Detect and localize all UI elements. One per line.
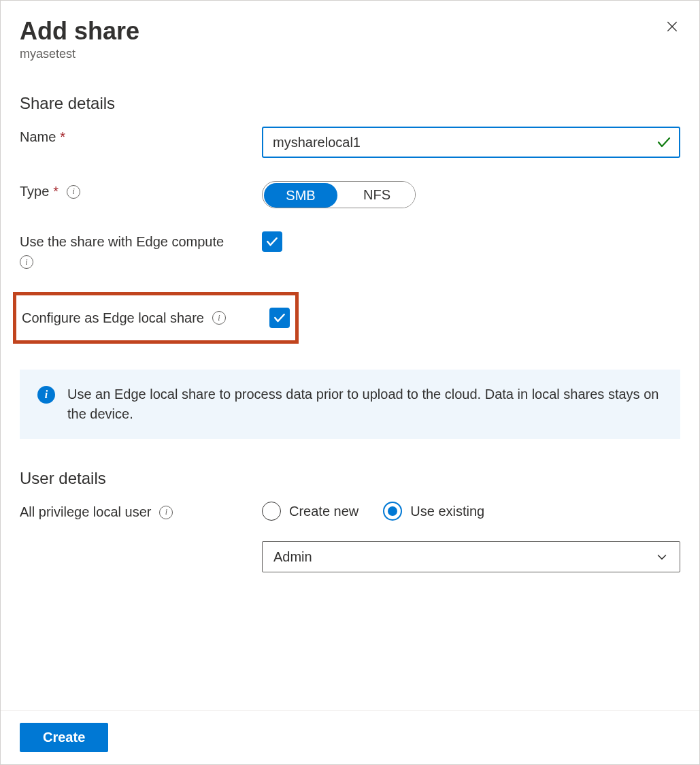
info-banner-message: Use an Edge local share to process data …	[67, 385, 663, 424]
chevron-down-icon	[655, 550, 669, 564]
info-icon[interactable]: i	[20, 255, 33, 269]
privilege-field: Create new Use existing Admin	[262, 502, 680, 572]
edge-compute-field	[262, 231, 680, 252]
edge-compute-checkbox[interactable]	[262, 231, 282, 252]
info-icon[interactable]: i	[67, 185, 80, 199]
name-label-col: Name *	[20, 127, 262, 145]
user-select[interactable]: Admin	[262, 541, 680, 572]
name-row: Name *	[20, 127, 680, 158]
share-details-heading: Share details	[20, 94, 680, 113]
required-indicator: *	[53, 184, 59, 199]
info-banner-icon: i	[37, 386, 55, 404]
user-select-value: Admin	[273, 549, 312, 565]
close-button[interactable]	[661, 16, 683, 37]
radio-use-existing[interactable]: Use existing	[383, 502, 484, 521]
radio-create-new[interactable]: Create new	[262, 502, 359, 521]
privilege-label-col: All privilege local user i	[20, 502, 262, 520]
name-input[interactable]	[262, 127, 680, 158]
name-label: Name	[20, 129, 56, 145]
radio-dot-icon	[388, 506, 397, 516]
required-indicator: *	[60, 129, 65, 145]
page-title: Add share	[20, 17, 680, 46]
panel-footer: Create	[1, 710, 699, 764]
type-field: SMB NFS	[262, 181, 680, 208]
radio-circle-icon	[262, 502, 281, 521]
radio-create-new-label: Create new	[289, 504, 359, 519]
type-label: Type	[20, 184, 49, 199]
radio-use-existing-label: Use existing	[410, 504, 484, 519]
page-subtitle: myasetest	[20, 47, 680, 61]
type-toggle: SMB NFS	[262, 181, 416, 208]
info-icon[interactable]: i	[212, 311, 226, 325]
edge-compute-label-col: Use the share with Edge compute i	[20, 231, 262, 269]
privilege-radio-group: Create new Use existing	[262, 502, 680, 521]
name-field	[262, 127, 680, 158]
create-button[interactable]: Create	[20, 723, 108, 752]
type-label-col: Type * i	[20, 181, 262, 199]
type-option-nfs[interactable]: NFS	[339, 182, 415, 208]
type-option-smb[interactable]: SMB	[264, 183, 337, 208]
info-banner: i Use an Edge local share to process dat…	[20, 370, 680, 439]
privilege-label: All privilege local user	[20, 504, 151, 520]
add-share-panel: Add share myasetest Share details Name *…	[0, 0, 700, 765]
edge-local-checkbox[interactable]	[269, 308, 290, 328]
type-row: Type * i SMB NFS	[20, 181, 680, 208]
edge-local-highlight: Configure as Edge local share i	[13, 292, 299, 344]
info-icon[interactable]: i	[159, 506, 173, 519]
privilege-row: All privilege local user i Create new Us…	[20, 502, 680, 572]
edge-local-label-col: Configure as Edge local share i	[22, 310, 257, 326]
user-details-heading: User details	[20, 469, 680, 488]
edge-local-label: Configure as Edge local share	[22, 310, 204, 326]
panel-body: Add share myasetest Share details Name *…	[1, 1, 699, 710]
close-icon	[665, 20, 679, 33]
edge-compute-label: Use the share with Edge compute	[20, 234, 224, 249]
edge-compute-row: Use the share with Edge compute i	[20, 231, 680, 269]
validation-check-icon	[656, 134, 672, 150]
radio-circle-icon	[383, 502, 402, 521]
